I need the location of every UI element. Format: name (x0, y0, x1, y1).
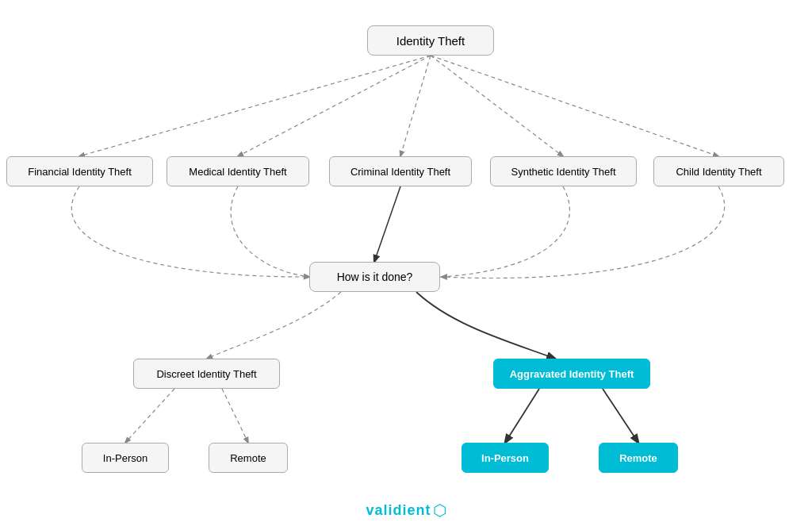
footer: validient ⬡ (0, 501, 812, 520)
node-identity-theft: Identity Theft (367, 25, 494, 56)
logo-icon: ⬡ (433, 501, 446, 520)
logo-text: validient (366, 502, 431, 519)
svg-line-8 (505, 389, 539, 443)
diagram: Identity Theft Financial Identity Theft … (0, 0, 812, 500)
node-criminal: Criminal Identity Theft (329, 156, 472, 186)
node-remote-aggravated: Remote (599, 443, 678, 473)
node-remote-discreet: Remote (209, 443, 288, 473)
svg-line-5 (374, 186, 400, 262)
svg-line-4 (431, 56, 718, 156)
node-inperson-discreet: In-Person (82, 443, 169, 473)
svg-line-2 (400, 56, 431, 156)
node-discreet: Discreet Identity Theft (133, 359, 280, 389)
node-child: Child Identity Theft (653, 156, 784, 186)
svg-line-0 (79, 56, 431, 156)
node-inperson-aggravated: In-Person (462, 443, 549, 473)
svg-line-1 (238, 56, 431, 156)
svg-line-6 (125, 389, 174, 443)
svg-line-7 (222, 389, 248, 443)
node-synthetic: Synthetic Identity Theft (490, 156, 637, 186)
node-how: How is it done? (309, 262, 440, 292)
svg-line-9 (603, 389, 638, 443)
svg-line-3 (431, 56, 563, 156)
node-medical: Medical Identity Theft (167, 156, 309, 186)
node-financial: Financial Identity Theft (6, 156, 153, 186)
node-aggravated: Aggravated Identity Theft (493, 359, 650, 389)
